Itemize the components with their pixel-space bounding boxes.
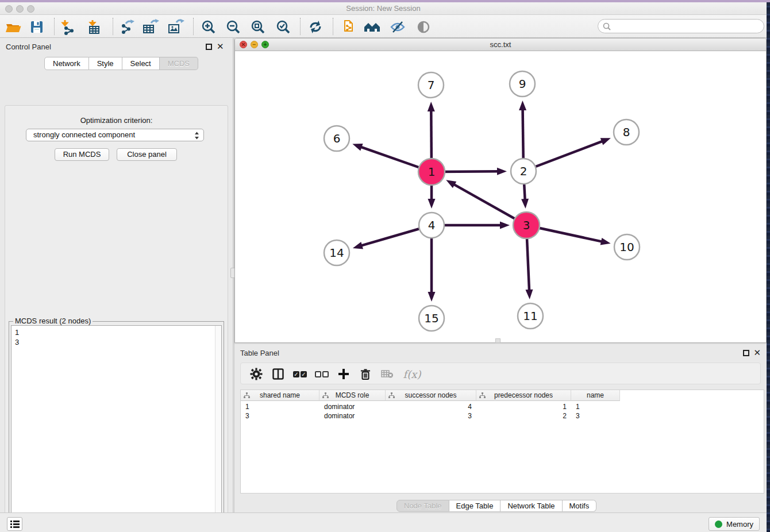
mcds-result-line: 3 — [15, 337, 218, 347]
settings-gear-icon[interactable] — [247, 365, 266, 383]
result-scrollbar[interactable] — [215, 326, 221, 532]
network-close-button[interactable]: ✕ — [240, 41, 247, 48]
network-window-titlebar: ✕ − + scc.txt — [235, 38, 766, 51]
clone-network-icon[interactable] — [337, 18, 358, 36]
task-history-button[interactable] — [7, 517, 22, 531]
refresh-layout-icon[interactable] — [305, 18, 326, 36]
control-panel-title: Control Panel — [6, 43, 51, 51]
window-zoom-button[interactable] — [27, 5, 34, 13]
memory-status-icon — [715, 521, 722, 528]
graph-edge-arrowhead — [428, 292, 436, 302]
table-panel-float-icon[interactable] — [743, 350, 749, 356]
export-network-icon[interactable] — [117, 18, 137, 36]
search-input[interactable] — [614, 21, 764, 32]
tab-network[interactable]: Network — [44, 57, 89, 70]
tab-network-table[interactable]: Network Table — [500, 500, 562, 512]
eye-slash-icon[interactable] — [387, 18, 408, 36]
import-table-icon[interactable] — [85, 18, 106, 36]
export-image-icon[interactable] — [165, 18, 186, 36]
graph-edge-arrowhead — [500, 222, 510, 229]
mcds-result-list[interactable]: 1 3 — [11, 325, 222, 532]
dropdown-chevrons-icon — [194, 131, 199, 140]
cell-shared-name[interactable]: 3 — [241, 411, 319, 421]
memory-label: Memory — [726, 520, 753, 529]
control-panel-close-icon[interactable]: ✕ — [217, 43, 224, 50]
app-title: Session: New Session — [0, 2, 767, 15]
zoom-out-icon[interactable] — [223, 18, 244, 36]
toggle-columns-icon[interactable] — [268, 365, 288, 383]
list-icon — [10, 521, 20, 528]
open-session-icon[interactable] — [3, 18, 24, 36]
table-panel-title: Table Panel — [240, 349, 279, 357]
graph-node-label: 6 — [333, 132, 341, 145]
tab-node-table[interactable]: Node Table — [396, 500, 449, 512]
table-panel-close-icon[interactable]: ✕ — [753, 349, 761, 356]
graph-edge-arrowhead — [519, 101, 526, 110]
cell-name[interactable]: 3 — [571, 411, 620, 421]
network-canvas[interactable]: 7968124314101511 — [236, 52, 766, 342]
cell-mcds-role[interactable]: dominator — [319, 411, 386, 421]
column-header-successor-nodes[interactable]: successor nodes — [386, 390, 476, 401]
zoom-selected-icon[interactable] — [273, 18, 294, 36]
tab-style[interactable]: Style — [89, 57, 122, 70]
cell-name[interactable]: 1 — [571, 402, 620, 411]
cell-successor-nodes[interactable]: 4 — [386, 402, 476, 411]
function-builder-icon[interactable]: f(x) — [399, 365, 425, 383]
table-panel: Table Panel ✕ ✓✓ — [234, 344, 767, 512]
graph-edge-arrowhead — [497, 168, 507, 175]
graph-node-label: 15 — [424, 311, 438, 325]
select-all-columns-icon[interactable]: ✓✓ — [290, 365, 310, 383]
cell-mcds-role[interactable]: dominator — [319, 402, 386, 411]
delete-table-icon[interactable] — [378, 365, 397, 383]
network-maximize-button[interactable]: + — [261, 41, 269, 48]
column-header-mcds-role[interactable]: MCDS role — [319, 390, 386, 401]
graph-edge-arrowhead — [352, 144, 363, 151]
tab-mcds[interactable]: MCDS — [160, 57, 198, 70]
criterion-dropdown-value: strongly connected component — [33, 130, 135, 139]
import-network-icon[interactable] — [58, 18, 79, 36]
tab-select[interactable]: Select — [122, 57, 160, 70]
cell-predecessor-nodes[interactable]: 1 — [476, 402, 571, 411]
control-panel-float-icon[interactable] — [206, 44, 212, 50]
control-panel: Control Panel ✕ Network Style Select MCD… — [0, 38, 233, 512]
export-table-icon[interactable] — [140, 18, 161, 36]
cell-predecessor-nodes[interactable]: 2 — [476, 411, 571, 421]
column-type-icon — [479, 392, 486, 399]
add-column-icon[interactable] — [334, 365, 353, 383]
table-row[interactable]: 1 dominator 4 1 1 — [241, 402, 765, 411]
graph-node-label: 1 — [428, 165, 436, 179]
save-session-icon[interactable] — [26, 18, 47, 36]
run-mcds-button[interactable]: Run MCDS — [55, 148, 109, 161]
eye-icon[interactable] — [413, 18, 434, 36]
zoom-fit-icon[interactable] — [248, 18, 268, 36]
graph-node-label: 3 — [523, 218, 530, 232]
zoom-in-icon[interactable] — [198, 18, 219, 36]
column-type-icon — [244, 392, 250, 399]
network-minimize-button[interactable]: − — [251, 41, 258, 48]
close-panel-button[interactable]: Close panel — [117, 148, 177, 161]
horizontal-splitter-grip[interactable] — [495, 338, 500, 343]
graph-edge-arrowhead — [353, 242, 363, 249]
tab-edge-table[interactable]: Edge Table — [449, 500, 501, 512]
window-close-button[interactable] — [5, 5, 13, 13]
memory-button[interactable]: Memory — [709, 517, 760, 531]
houses-icon[interactable] — [362, 18, 383, 36]
table-row[interactable]: 3 dominator 3 2 3 — [241, 411, 765, 421]
cell-successor-nodes[interactable]: 3 — [386, 411, 476, 421]
criterion-dropdown[interactable]: strongly connected component — [26, 129, 204, 141]
app-titlebar: Session: New Session — [0, 2, 767, 15]
cell-shared-name[interactable]: 1 — [241, 402, 319, 411]
node-table[interactable]: shared name MCDS role successor nodes pr… — [240, 390, 764, 494]
delete-columns-icon[interactable] — [356, 365, 375, 383]
column-header-name[interactable]: name — [571, 390, 620, 401]
window-minimize-button[interactable] — [16, 5, 24, 13]
column-header-shared-name[interactable]: shared name — [241, 390, 319, 401]
search-icon — [603, 22, 611, 30]
unselect-all-columns-icon[interactable] — [312, 365, 332, 383]
graph-edge-arrowhead — [600, 238, 611, 245]
column-header-predecessor-nodes[interactable]: predecessor nodes — [476, 390, 571, 401]
search-field[interactable] — [598, 19, 764, 33]
tab-motifs[interactable]: Motifs — [563, 500, 597, 512]
network-window: ✕ − + scc.txt 7968124314101511 — [234, 38, 767, 343]
mcds-result-group: MCDS result (2 nodes) 1 3 — [9, 321, 224, 532]
